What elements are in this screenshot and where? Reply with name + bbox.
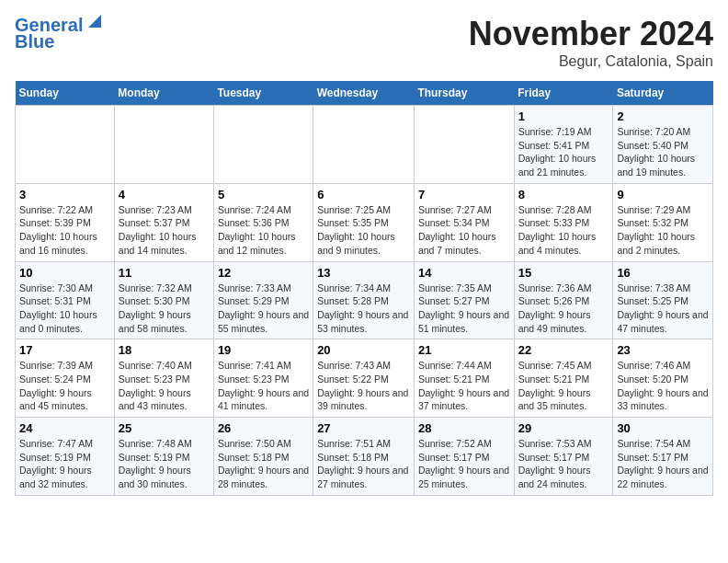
day-number: 28 [418, 421, 510, 435]
page-title: November 2024 [469, 15, 713, 53]
calendar-cell: 14Sunrise: 7:35 AMSunset: 5:27 PMDayligh… [414, 261, 514, 339]
calendar-cell: 10Sunrise: 7:30 AMSunset: 5:31 PMDayligh… [16, 261, 115, 339]
day-number: 19 [218, 343, 309, 357]
day-info: Sunrise: 7:50 AMSunset: 5:18 PMDaylight:… [218, 437, 309, 491]
day-info: Sunrise: 7:47 AMSunset: 5:19 PMDaylight:… [19, 437, 110, 491]
day-info: Sunrise: 7:19 AMSunset: 5:41 PMDaylight:… [518, 125, 609, 179]
calendar-cell: 16Sunrise: 7:38 AMSunset: 5:25 PMDayligh… [613, 261, 713, 339]
calendar-cell [16, 106, 115, 184]
day-number: 21 [418, 343, 510, 357]
day-info: Sunrise: 7:25 AMSunset: 5:35 PMDaylight:… [317, 203, 410, 258]
column-header-thursday: Thursday [414, 81, 514, 106]
calendar-cell: 28Sunrise: 7:52 AMSunset: 5:17 PMDayligh… [414, 418, 514, 496]
day-info: Sunrise: 7:20 AMSunset: 5:40 PMDaylight:… [617, 125, 709, 179]
day-number: 18 [119, 343, 210, 357]
day-info: Sunrise: 7:23 AMSunset: 5:37 PMDaylight:… [119, 203, 210, 258]
day-number: 1 [518, 109, 609, 123]
day-number: 11 [119, 266, 210, 280]
calendar-cell: 25Sunrise: 7:48 AMSunset: 5:19 PMDayligh… [114, 418, 213, 496]
page-header: General Blue November 2024 Begur, Catalo… [15, 15, 713, 70]
calendar-cell: 1Sunrise: 7:19 AMSunset: 5:41 PMDaylight… [514, 106, 613, 184]
day-number: 10 [19, 266, 110, 280]
day-info: Sunrise: 7:44 AMSunset: 5:21 PMDaylight:… [418, 359, 510, 413]
day-info: Sunrise: 7:46 AMSunset: 5:20 PMDaylight:… [617, 359, 709, 413]
column-header-sunday: Sunday [16, 81, 115, 106]
calendar-cell: 29Sunrise: 7:53 AMSunset: 5:17 PMDayligh… [514, 418, 613, 496]
day-number: 20 [317, 343, 410, 357]
day-number: 17 [19, 343, 110, 357]
day-number: 2 [617, 109, 709, 123]
day-info: Sunrise: 7:35 AMSunset: 5:27 PMDaylight:… [418, 282, 510, 336]
logo: General Blue [15, 15, 105, 52]
calendar-week-row: 17Sunrise: 7:39 AMSunset: 5:24 PMDayligh… [16, 339, 713, 418]
title-block: November 2024 Begur, Catalonia, Spain [469, 15, 713, 70]
calendar-cell: 19Sunrise: 7:41 AMSunset: 5:23 PMDayligh… [213, 339, 313, 418]
day-info: Sunrise: 7:33 AMSunset: 5:29 PMDaylight:… [218, 282, 309, 336]
calendar-cell: 11Sunrise: 7:32 AMSunset: 5:30 PMDayligh… [114, 261, 213, 339]
calendar-week-row: 3Sunrise: 7:22 AMSunset: 5:39 PMDaylight… [16, 183, 713, 261]
calendar-cell: 15Sunrise: 7:36 AMSunset: 5:26 PMDayligh… [514, 261, 613, 339]
calendar-cell: 4Sunrise: 7:23 AMSunset: 5:37 PMDaylight… [114, 183, 213, 261]
day-number: 27 [317, 421, 410, 435]
logo-triangle-icon [85, 11, 105, 31]
calendar-cell: 21Sunrise: 7:44 AMSunset: 5:21 PMDayligh… [414, 339, 514, 418]
page-subtitle: Begur, Catalonia, Spain [469, 53, 713, 70]
day-info: Sunrise: 7:51 AMSunset: 5:18 PMDaylight:… [317, 437, 410, 491]
column-header-wednesday: Wednesday [313, 81, 415, 106]
day-info: Sunrise: 7:54 AMSunset: 5:17 PMDaylight:… [617, 437, 709, 491]
calendar-cell: 9Sunrise: 7:29 AMSunset: 5:32 PMDaylight… [613, 183, 713, 261]
day-info: Sunrise: 7:27 AMSunset: 5:34 PMDaylight:… [418, 203, 510, 258]
day-number: 9 [617, 188, 709, 201]
column-header-tuesday: Tuesday [213, 81, 313, 106]
day-info: Sunrise: 7:36 AMSunset: 5:26 PMDaylight:… [518, 282, 609, 336]
day-info: Sunrise: 7:48 AMSunset: 5:19 PMDaylight:… [119, 437, 210, 491]
day-number: 15 [518, 266, 609, 280]
calendar-week-row: 24Sunrise: 7:47 AMSunset: 5:19 PMDayligh… [16, 418, 713, 496]
calendar-header-row: SundayMondayTuesdayWednesdayThursdayFrid… [16, 81, 713, 106]
day-info: Sunrise: 7:24 AMSunset: 5:36 PMDaylight:… [218, 203, 309, 258]
day-number: 24 [19, 421, 110, 435]
day-info: Sunrise: 7:53 AMSunset: 5:17 PMDaylight:… [518, 437, 609, 491]
calendar-cell: 3Sunrise: 7:22 AMSunset: 5:39 PMDaylight… [16, 183, 115, 261]
day-info: Sunrise: 7:29 AMSunset: 5:32 PMDaylight:… [617, 203, 709, 258]
calendar-cell: 27Sunrise: 7:51 AMSunset: 5:18 PMDayligh… [313, 418, 415, 496]
day-info: Sunrise: 7:38 AMSunset: 5:25 PMDaylight:… [617, 282, 709, 336]
calendar-cell [414, 106, 514, 184]
day-number: 14 [418, 266, 510, 280]
day-info: Sunrise: 7:52 AMSunset: 5:17 PMDaylight:… [418, 437, 510, 491]
calendar-cell [114, 106, 213, 184]
day-info: Sunrise: 7:40 AMSunset: 5:23 PMDaylight:… [119, 359, 210, 413]
day-number: 26 [218, 421, 309, 435]
day-number: 6 [317, 188, 410, 201]
calendar-cell: 20Sunrise: 7:43 AMSunset: 5:22 PMDayligh… [313, 339, 415, 418]
column-header-friday: Friday [514, 81, 613, 106]
day-number: 22 [518, 343, 609, 357]
calendar-week-row: 10Sunrise: 7:30 AMSunset: 5:31 PMDayligh… [16, 261, 713, 339]
calendar-cell: 26Sunrise: 7:50 AMSunset: 5:18 PMDayligh… [213, 418, 313, 496]
calendar-cell: 23Sunrise: 7:46 AMSunset: 5:20 PMDayligh… [613, 339, 713, 418]
calendar-cell: 2Sunrise: 7:20 AMSunset: 5:40 PMDaylight… [613, 106, 713, 184]
day-number: 12 [218, 266, 309, 280]
day-info: Sunrise: 7:30 AMSunset: 5:31 PMDaylight:… [19, 282, 110, 336]
calendar-cell: 30Sunrise: 7:54 AMSunset: 5:17 PMDayligh… [613, 418, 713, 496]
day-number: 13 [317, 266, 410, 280]
calendar-cell: 17Sunrise: 7:39 AMSunset: 5:24 PMDayligh… [16, 339, 115, 418]
calendar-cell: 8Sunrise: 7:28 AMSunset: 5:33 PMDaylight… [514, 183, 613, 261]
calendar-cell [213, 106, 313, 184]
day-info: Sunrise: 7:32 AMSunset: 5:30 PMDaylight:… [119, 282, 210, 336]
day-number: 8 [518, 188, 609, 201]
day-info: Sunrise: 7:28 AMSunset: 5:33 PMDaylight:… [518, 203, 609, 258]
calendar-cell: 13Sunrise: 7:34 AMSunset: 5:28 PMDayligh… [313, 261, 415, 339]
day-number: 16 [617, 266, 709, 280]
calendar-cell [313, 106, 415, 184]
day-info: Sunrise: 7:43 AMSunset: 5:22 PMDaylight:… [317, 359, 410, 413]
calendar-table: SundayMondayTuesdayWednesdayThursdayFrid… [15, 81, 713, 496]
day-number: 30 [617, 421, 709, 435]
day-info: Sunrise: 7:22 AMSunset: 5:39 PMDaylight:… [19, 203, 110, 258]
day-info: Sunrise: 7:45 AMSunset: 5:21 PMDaylight:… [518, 359, 609, 413]
day-info: Sunrise: 7:41 AMSunset: 5:23 PMDaylight:… [218, 359, 309, 413]
calendar-cell: 5Sunrise: 7:24 AMSunset: 5:36 PMDaylight… [213, 183, 313, 261]
day-info: Sunrise: 7:34 AMSunset: 5:28 PMDaylight:… [317, 282, 410, 336]
calendar-cell: 24Sunrise: 7:47 AMSunset: 5:19 PMDayligh… [16, 418, 115, 496]
column-header-saturday: Saturday [613, 81, 713, 106]
